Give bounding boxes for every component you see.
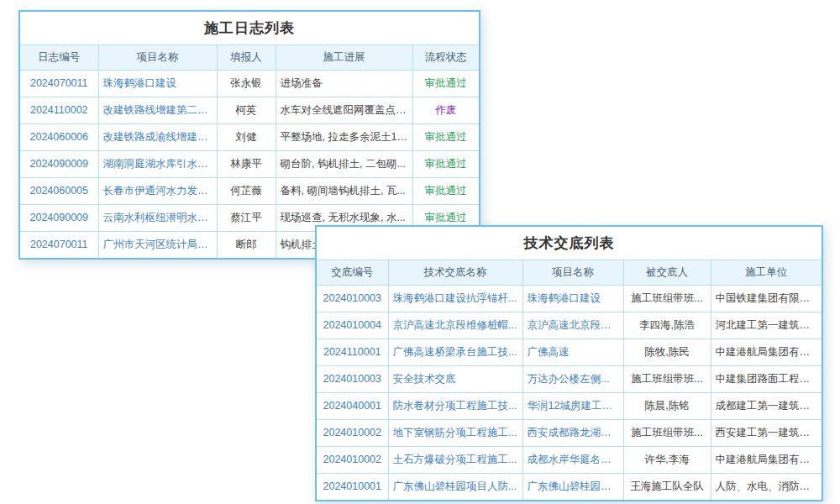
disclosure-unit-cell: 人防、水电、消防暖通...: [711, 473, 822, 500]
disclosure-project-name-link[interactable]: 珠海鹤港口建设: [522, 285, 623, 312]
log-status-badge: 审批通过: [412, 123, 479, 150]
log-reporter-cell: 蔡江平: [217, 204, 276, 231]
disclosure-receiver-cell: 施工班组带班...: [623, 365, 711, 392]
log-column-header-status: 流程状态: [412, 45, 479, 70]
construction-log-title: 施工日志列表: [20, 12, 479, 45]
log-reporter-cell: 刘健: [217, 123, 276, 150]
log-project-name-link[interactable]: 长春市伊通河水力发电厂...: [98, 177, 217, 204]
disclosure-name-link[interactable]: 广东佛山碧桂园项目人防...: [388, 473, 522, 500]
disclosure-id-link[interactable]: 2024010001: [317, 473, 388, 500]
disclosure-table-body: 2024010003 珠海鹤港口建设抗浮锚杆... 珠海鹤港口建设 施工班组带班…: [317, 285, 822, 500]
disclosure-id-link[interactable]: 2024010003: [317, 365, 388, 392]
disclosure-name-link[interactable]: 地下室钢筋分项工程施工...: [388, 419, 522, 446]
disclosure-receiver-cell: 陈晨,陈铭: [623, 392, 711, 419]
log-project-name-link[interactable]: 广州市天河区统计局机房...: [98, 231, 217, 258]
disclosure-receiver-cell: 许华,李海: [623, 446, 711, 473]
log-id-link[interactable]: 2024070011: [20, 70, 98, 97]
disclosure-name-link[interactable]: 防水卷材分项工程施工技...: [388, 392, 522, 419]
disclosure-table-row: 2024010003 安全技术交底 万达办公楼左侧... 施工班组带班... 中…: [317, 365, 822, 392]
log-id-link[interactable]: 2024060006: [20, 123, 98, 150]
disclosure-unit-cell: 中建港航局集团有限...: [711, 339, 822, 365]
construction-log-panel: 施工日志列表 日志编号 项目名称 填报人 施工进展 流程状态 202407001…: [18, 10, 480, 260]
log-status-badge: 审批通过: [412, 150, 479, 177]
disclosure-id-link[interactable]: 2024010002: [317, 419, 388, 446]
log-column-header-reporter: 填报人: [217, 45, 276, 70]
disclosure-table-row: 2024010003 珠海鹤港口建设抗浮锚杆... 珠海鹤港口建设 施工班组带班…: [317, 285, 822, 312]
log-reporter-cell: 柯英: [217, 97, 276, 123]
log-table-row: 2024110002 改建铁路线增建第二线直... 柯英 水车对全线遮阳网覆盖点…: [20, 97, 479, 123]
disclosure-id-link[interactable]: 2024040001: [317, 392, 388, 419]
disclosure-unit-cell: 河北建工第一建筑有...: [711, 312, 822, 339]
disclosure-project-name-link[interactable]: 华润12城房建工程...: [522, 392, 623, 419]
disclosure-column-header-unit: 施工单位: [711, 260, 822, 285]
disclosure-unit-cell: 中建港航局集团有限...: [711, 446, 822, 473]
technical-disclosure-table: 交底编号 技术交底名称 项目名称 被交底人 施工单位 2024010003 珠海…: [317, 260, 822, 500]
log-status-badge: 审批通过: [412, 70, 479, 97]
log-table-row: 2024090009 湖南洞庭湖水库引水工程... 林康平 砌台阶, 钩机排土,…: [20, 150, 479, 177]
log-id-link[interactable]: 2024060005: [20, 177, 98, 204]
disclosure-receiver-cell: 李四海,陈浩: [623, 312, 711, 339]
disclosure-receiver-cell: 施工班组带班...: [623, 285, 711, 312]
log-reporter-cell: 断郎: [217, 231, 276, 258]
disclosure-column-header-project: 项目名称: [522, 260, 623, 285]
disclosure-name-link[interactable]: 京沪高速北京段维修桩帽...: [388, 312, 522, 339]
disclosure-table-row: 2024040001 防水卷材分项工程施工技... 华润12城房建工程... 陈…: [317, 392, 822, 419]
disclosure-receiver-cell: 陈牧,陈民: [623, 339, 711, 365]
log-progress-cell: 备料, 砌间墙钩机排土, 瓦...: [276, 177, 412, 204]
log-project-name-link[interactable]: 改建铁路成渝线增建第二...: [98, 123, 217, 150]
log-project-name-link[interactable]: 改建铁路线增建第二线直...: [98, 97, 217, 123]
log-reporter-cell: 张永银: [217, 70, 276, 97]
log-column-header-progress: 施工进展: [276, 45, 412, 70]
disclosure-project-name-link[interactable]: 西安成都路龙湖上...: [522, 419, 623, 446]
disclosure-name-link[interactable]: 安全技术交底: [388, 365, 522, 392]
log-table-row: 2024060006 改建铁路成渝线增建第二... 刘健 平整场地, 拉走多余泥…: [20, 123, 479, 150]
disclosure-unit-cell: 中建集团路面工程有...: [711, 365, 822, 392]
log-table-row: 2024070011 珠海鹤港口建设 张永银 进场准备 审批通过: [20, 70, 479, 97]
log-id-link[interactable]: 2024090009: [20, 204, 98, 231]
disclosure-project-name-link[interactable]: 万达办公楼左侧...: [522, 365, 623, 392]
disclosure-column-header-name: 技术交底名称: [388, 260, 522, 285]
disclosure-name-link[interactable]: 土石方爆破分项工程施工...: [388, 446, 522, 473]
disclosure-name-link[interactable]: 珠海鹤港口建设抗浮锚杆...: [388, 285, 522, 312]
disclosure-id-link[interactable]: 2024010003: [317, 285, 388, 312]
disclosure-id-link[interactable]: 2024010004: [317, 312, 388, 339]
log-progress-cell: 进场准备: [276, 70, 412, 97]
disclosure-column-header-receiver: 被交底人: [623, 260, 711, 285]
disclosure-table-row: 2024010001 广东佛山碧桂园项目人防... 广东佛山碧桂园项目 王海施工…: [317, 473, 822, 500]
disclosure-table-row: 2024110001 广佛高速桥梁承台施工技... 广佛高速 陈牧,陈民 中建港…: [317, 339, 822, 365]
disclosure-table-row: 2024010004 京沪高速北京段维修桩帽... 京沪高速北京段维修 李四海,…: [317, 312, 822, 339]
disclosure-project-name-link[interactable]: 广佛高速: [522, 339, 623, 365]
disclosure-table-row: 2024010002 土石方爆破分项工程施工... 成都水岸华庭名苑... 许华…: [317, 446, 822, 473]
log-status-badge: 作废: [412, 97, 479, 123]
log-status-badge: 审批通过: [412, 177, 479, 204]
log-id-link[interactable]: 2024070011: [20, 231, 98, 258]
disclosure-table-row: 2024010002 地下室钢筋分项工程施工... 西安成都路龙湖上... 施工…: [317, 419, 822, 446]
log-column-header-project: 项目名称: [98, 45, 217, 70]
disclosure-project-name-link[interactable]: 京沪高速北京段维修: [522, 312, 623, 339]
log-id-link[interactable]: 2024090009: [20, 150, 98, 177]
disclosure-header-row: 交底编号 技术交底名称 项目名称 被交底人 施工单位: [317, 260, 822, 285]
disclosure-name-link[interactable]: 广佛高速桥梁承台施工技...: [388, 339, 522, 365]
log-header-row: 日志编号 项目名称 填报人 施工进展 流程状态: [20, 45, 479, 70]
log-column-header-id: 日志编号: [20, 45, 98, 70]
page: 施工日志列表 日志编号 项目名称 填报人 施工进展 流程状态 202407001…: [0, 0, 840, 504]
disclosure-unit-cell: 中国铁建集团有限公司: [711, 285, 822, 312]
log-progress-cell: 水车对全线遮阳网覆盖点进...: [276, 97, 412, 123]
disclosure-receiver-cell: 施工班组带班...: [623, 419, 711, 446]
log-progress-cell: 砌台阶, 钩机排土, 二包砌...: [276, 150, 412, 177]
disclosure-project-name-link[interactable]: 广东佛山碧桂园项目: [522, 473, 623, 500]
disclosure-id-link[interactable]: 2024010002: [317, 446, 388, 473]
log-project-name-link[interactable]: 珠海鹤港口建设: [98, 70, 217, 97]
log-table-row: 2024060005 长春市伊通河水力发电厂... 何芷薇 备料, 砌间墙钩机排…: [20, 177, 479, 204]
disclosure-id-link[interactable]: 2024110001: [317, 339, 388, 365]
disclosure-column-header-id: 交底编号: [317, 260, 388, 285]
disclosure-receiver-cell: 王海施工队全队: [623, 473, 711, 500]
log-project-name-link[interactable]: 云南水利枢纽潜明水库一...: [98, 204, 217, 231]
technical-disclosure-panel: 技术交底列表 交底编号 技术交底名称 项目名称 被交底人 施工单位 202401…: [315, 225, 823, 501]
disclosure-unit-cell: 西安建工第一建筑有...: [711, 419, 822, 446]
technical-disclosure-title: 技术交底列表: [317, 227, 822, 260]
log-project-name-link[interactable]: 湖南洞庭湖水库引水工程...: [98, 150, 217, 177]
log-reporter-cell: 林康平: [217, 150, 276, 177]
disclosure-project-name-link[interactable]: 成都水岸华庭名苑...: [522, 446, 623, 473]
log-id-link[interactable]: 2024110002: [20, 97, 98, 123]
